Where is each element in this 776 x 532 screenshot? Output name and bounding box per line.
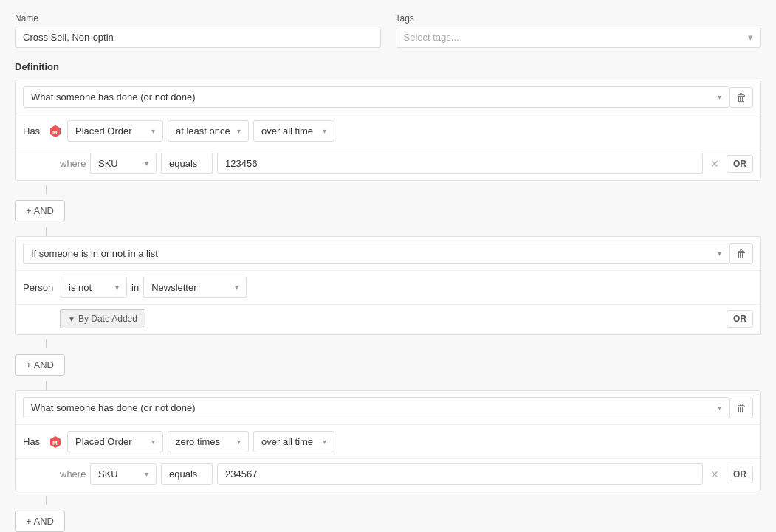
event-label-1: Placed Order	[75, 125, 132, 137]
condition-type-chevron-1: ▾	[718, 93, 721, 101]
property-chevron-3: ▾	[145, 470, 148, 478]
definition-label: Definition	[15, 61, 761, 72]
event-label-3: Placed Order	[75, 436, 132, 447]
and-button-3[interactable]: + AND	[15, 511, 65, 532]
person-value-chevron-2: ▾	[115, 283, 119, 291]
condition-type-label-3: What someone has done (or not done)	[31, 402, 196, 413]
condition-type-label-2: If someone is in or not in a list	[31, 248, 158, 259]
has-label-3: Has	[23, 436, 44, 447]
tags-chevron-icon: ▾	[748, 32, 753, 43]
condition-type-select-3[interactable]: What someone has done (or not done) ▾	[23, 397, 729, 418]
value-input-3[interactable]	[217, 463, 703, 485]
condition-type-label-1: What someone has done (or not done)	[31, 91, 196, 103]
connector-5	[46, 496, 47, 505]
operator-select-3[interactable]: equals	[161, 463, 213, 485]
delete-button-1[interactable]: 🗑	[729, 87, 753, 108]
event-select-3[interactable]: Placed Order ▾	[67, 431, 163, 452]
name-label: Name	[15, 13, 381, 24]
time-label-3: over all time	[261, 436, 313, 447]
person-value-select-2[interactable]: is not ▾	[61, 277, 127, 298]
connector-4	[46, 381, 47, 390]
svg-text:M: M	[52, 128, 58, 135]
frequency-chevron-3: ▾	[237, 438, 241, 446]
time-select-3[interactable]: over all time ▾	[253, 431, 334, 452]
condition-type-select-1[interactable]: What someone has done (or not done) ▾	[23, 86, 729, 108]
magento-icon-3: M	[48, 435, 63, 449]
filter-label-2: By Date Added	[78, 314, 137, 324]
where-label-1: where	[60, 158, 86, 169]
in-label-2: in	[131, 282, 139, 293]
or-button-3[interactable]: OR	[727, 466, 753, 483]
list-label-2: Newsletter	[151, 282, 196, 293]
property-label-3: SKU	[98, 469, 118, 480]
condition-type-chevron-3: ▾	[718, 404, 721, 412]
where-label-3: where	[60, 469, 86, 480]
frequency-label-3: zero times	[176, 436, 220, 447]
event-select-1[interactable]: Placed Order ▾	[67, 120, 163, 142]
connector-1	[46, 185, 47, 194]
filter-button-2[interactable]: ▼ By Date Added	[60, 309, 145, 328]
person-value-label-2: is not	[69, 282, 92, 293]
time-chevron-1: ▾	[323, 127, 326, 135]
has-label-1: Has	[23, 125, 44, 137]
and-button-2[interactable]: + AND	[15, 354, 65, 376]
tags-placeholder: Select tags...	[404, 32, 459, 43]
tags-label: Tags	[396, 13, 762, 24]
operator-label-3: equals	[169, 469, 197, 480]
svg-text:M: M	[52, 439, 58, 446]
frequency-label-1: at least once	[176, 125, 230, 137]
connector-3	[46, 339, 47, 348]
frequency-chevron-1: ▾	[237, 127, 241, 135]
list-select-2[interactable]: Newsletter ▾	[143, 277, 247, 298]
or-button-1[interactable]: OR	[727, 155, 753, 173]
list-chevron-2: ▾	[235, 283, 238, 291]
condition-block-2: If someone is in or not in a list ▾ 🗑 Pe…	[15, 236, 761, 335]
operator-select-1[interactable]: equals	[161, 153, 213, 174]
magento-icon-1: M	[48, 124, 63, 139]
person-label-2: Person	[23, 282, 56, 293]
condition-type-select-2[interactable]: If someone is in or not in a list ▾	[23, 243, 729, 264]
time-label-1: over all time	[261, 125, 313, 137]
connector-2	[46, 227, 47, 236]
tags-select[interactable]: Select tags... ▾	[396, 27, 762, 48]
property-select-3[interactable]: SKU ▾	[90, 463, 157, 485]
condition-block-3: What someone has done (or not done) ▾ 🗑 …	[15, 390, 761, 491]
delete-button-3[interactable]: 🗑	[729, 398, 753, 418]
frequency-select-1[interactable]: at least once ▾	[168, 120, 249, 142]
property-chevron-1: ▾	[145, 159, 148, 167]
event-chevron-1: ▾	[151, 127, 155, 135]
condition-type-chevron-2: ▾	[718, 249, 721, 258]
operator-label-1: equals	[169, 158, 197, 169]
delete-button-2[interactable]: 🗑	[729, 243, 753, 264]
condition-block-1: What someone has done (or not done) ▾ 🗑 …	[15, 80, 761, 181]
clear-button-3[interactable]: ✕	[707, 467, 722, 482]
frequency-select-3[interactable]: zero times ▾	[168, 431, 249, 452]
property-select-1[interactable]: SKU ▾	[90, 153, 157, 174]
and-button-1[interactable]: + AND	[15, 200, 65, 221]
event-chevron-3: ▾	[151, 438, 155, 446]
value-input-1[interactable]	[217, 153, 703, 174]
property-label-1: SKU	[98, 158, 118, 169]
time-select-1[interactable]: over all time ▾	[253, 120, 334, 142]
or-button-2[interactable]: OR	[727, 310, 753, 328]
name-input[interactable]	[15, 27, 381, 48]
clear-button-1[interactable]: ✕	[707, 156, 722, 171]
filter-icon-2: ▼	[68, 315, 75, 323]
time-chevron-3: ▾	[323, 438, 326, 446]
